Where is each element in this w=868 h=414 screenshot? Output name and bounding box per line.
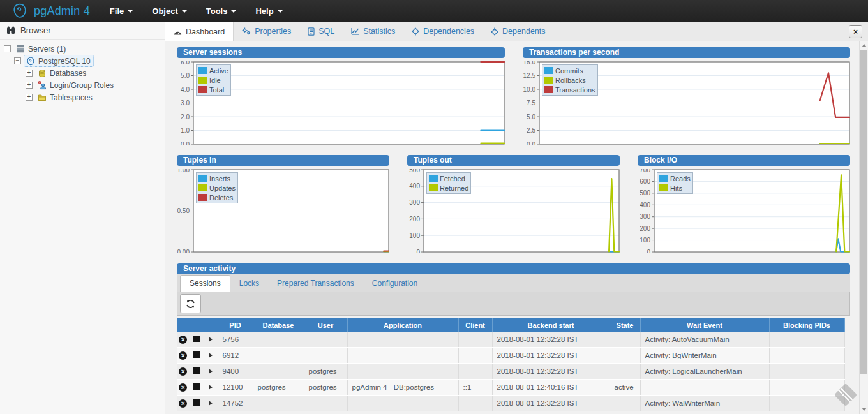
stop-session-icon[interactable] [193,367,200,374]
tab-properties[interactable]: Properties [234,22,299,41]
expand-expander-icon[interactable] [26,70,33,77]
grid-column-header[interactable] [204,318,218,332]
stop-session-icon[interactable] [193,383,200,390]
grid-column-header[interactable] [190,318,204,332]
cancel-session-icon[interactable] [179,383,187,392]
databases-icon [37,68,47,78]
sessions-toolbar [177,292,850,316]
grid-column-header[interactable]: Client [458,318,492,332]
expand-row-icon[interactable] [209,385,213,390]
cancel-session-icon[interactable] [179,399,187,408]
grid-column-header[interactable]: User [304,318,347,332]
tree-item-servers[interactable]: Servers (1) [0,43,165,55]
grid-column-header[interactable]: Application [347,318,458,332]
tab-prepared-transactions[interactable]: Prepared Transactions [268,276,363,292]
grid-cell-wait_event: Activity: BgWriterMain [640,348,769,364]
grid-cell-client [458,348,492,364]
grid-cell-application: pgAdmin 4 - DB:postgres [347,380,458,396]
main-panel: Dashboard Properties [165,22,868,414]
expand-row-icon[interactable] [209,337,213,342]
legend-label: Inserts [209,175,230,182]
postgresql-icon [26,56,35,66]
tab-locks[interactable]: Locks [230,276,268,292]
cancel-session-icon[interactable] [179,336,187,344]
svg-text:200: 200 [409,216,420,223]
browser-panel-header[interactable]: Browser [0,22,165,40]
menu-file[interactable]: File [100,0,142,22]
svg-text:400: 400 [640,202,650,209]
grid-cell-user: postgres [304,364,347,380]
collapse-expander-icon[interactable] [14,57,21,64]
grid-cell-application [347,348,458,364]
grid-cell-database [253,332,304,348]
grid-column-header[interactable]: Backend start [492,318,610,332]
stop-session-icon[interactable] [193,351,200,358]
chart-legend: InsertsUpdatesDeletes [196,172,238,203]
grid-column-header[interactable]: Blocking PIDs [769,318,844,332]
tab-configuration[interactable]: Configuration [363,276,426,292]
legend-label: Active [209,67,228,75]
tab-statistics[interactable]: Statistics [343,22,403,41]
tab-sql[interactable]: SQL [299,22,343,41]
refresh-button[interactable] [180,294,201,313]
chart-legend: ReadsHits [657,172,693,194]
grid-cell-application [347,396,458,411]
svg-text:4.0: 4.0 [181,86,190,93]
expand-row-icon[interactable] [209,369,213,374]
grid-column-header[interactable]: Wait Event [640,318,769,332]
legend-label: Total [209,86,224,94]
menu-object[interactable]: Object [142,0,196,22]
scrollbar-thumb[interactable] [860,50,867,374]
expand-expander-icon[interactable] [26,82,33,89]
grid-column-header[interactable] [177,318,190,332]
svg-text:5.0: 5.0 [181,72,190,79]
menu-help-label: Help [255,6,273,16]
scroll-down-arrow[interactable] [860,405,868,413]
grid-cell-state [610,348,640,364]
brand[interactable]: pgAdmin 4 [0,3,100,19]
panel-title: Server activity [177,263,850,274]
legend-label: Fetched [440,175,465,182]
legend-entry: Idle [198,75,228,85]
caret-down-icon [182,10,187,13]
legend-label: Updates [209,184,236,192]
legend-entry: Transactions [544,85,595,94]
caret-down-icon [128,10,133,13]
scroll-up-arrow[interactable] [860,41,868,49]
panel-title: Tuples in [177,155,389,166]
expand-row-icon[interactable] [209,401,213,406]
close-panel-button[interactable] [849,25,862,38]
tree-item-databases[interactable]: Databases [0,67,165,79]
tree-item-tablespaces[interactable]: Tablespaces [0,91,165,103]
app-title: pgAdmin 4 [34,4,90,18]
tab-dependencies[interactable]: Dependencies [403,22,483,41]
legend-swatch [198,175,207,182]
grid-cell-pid: 14752 [218,396,253,411]
stop-session-icon[interactable] [193,399,200,406]
tree-item-postgresql-10[interactable]: PostgreSQL 10 [0,55,165,67]
tab-sessions[interactable]: Sessions [180,275,230,292]
tab-dependents[interactable]: Dependents [483,22,553,41]
collapse-expander-icon[interactable] [4,45,11,52]
grid-column-header[interactable]: Database [253,318,304,332]
dashboard-content: Server sessions 0.01.02.03.04.05.06.0Act… [165,41,860,414]
expand-expander-icon[interactable] [26,94,33,101]
grid-cell-database [253,396,304,411]
cancel-session-icon[interactable] [179,351,187,360]
tree-item-login-group-roles[interactable]: Login/Group Roles [0,79,165,91]
stop-session-icon[interactable] [193,336,200,342]
svg-text:7.5: 7.5 [527,100,535,107]
legend-swatch [198,67,207,74]
document-tabbar: Dashboard Properties [165,22,868,41]
grid-column-header[interactable]: State [610,318,640,332]
expand-row-icon[interactable] [209,353,213,358]
legend-swatch [198,184,207,191]
vertical-scrollbar[interactable] [859,41,868,414]
grid-column-header[interactable]: PID [218,318,253,332]
legend-label: Deletes [209,194,233,202]
menu-tools[interactable]: Tools [197,0,246,22]
menu-help[interactable]: Help [246,0,292,22]
cancel-session-icon[interactable] [179,367,187,376]
tab-dashboard[interactable]: Dashboard [165,22,234,41]
grid-icon-cell [190,348,204,364]
